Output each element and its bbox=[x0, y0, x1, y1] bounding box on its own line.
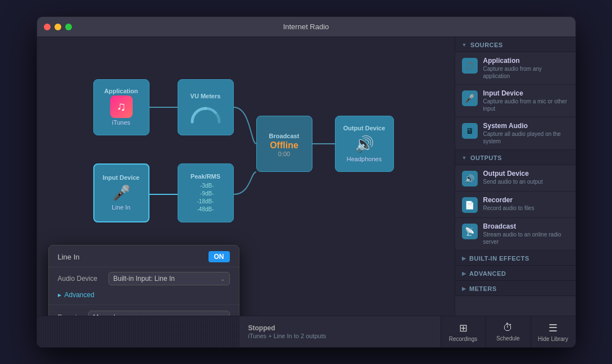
status-detail: iTunes + Line In to 2 outputs bbox=[248, 333, 432, 339]
broadcast-status: Offline bbox=[270, 140, 298, 151]
sources-header[interactable]: ▼ SOURCES bbox=[455, 37, 575, 52]
peak-rms-bars: -3dB- -9dB- -18dB- -48dB- bbox=[192, 181, 218, 216]
builtin-effects-chevron: ▶ bbox=[462, 256, 466, 261]
mic-icon: 🎤 bbox=[112, 184, 130, 202]
peak-rms-node-title: Peak/RMS bbox=[187, 171, 224, 181]
recordings-label: Recordings bbox=[449, 336, 478, 342]
broadcast-node-title: Broadcast bbox=[266, 130, 303, 140]
traffic-lights bbox=[44, 24, 72, 30]
outputs-header[interactable]: ▼ OUTPUTS bbox=[455, 150, 575, 165]
sidebar-recorder-desc: Record audio to files bbox=[483, 204, 569, 212]
node-broadcast[interactable]: Broadcast Offline 0:00 bbox=[256, 116, 312, 172]
sidebar-item-recorder[interactable]: 📄 Recorder Record audio to files bbox=[455, 192, 575, 218]
node-output-device[interactable]: Output Device 🔊 Headphones bbox=[335, 116, 394, 172]
meters-label: METERS bbox=[469, 285, 497, 292]
presets-select[interactable]: Manual ⌄ bbox=[88, 311, 230, 316]
presets-label: Presets: bbox=[58, 313, 83, 316]
sources-chevron: ▼ bbox=[462, 42, 467, 48]
advanced-chevron: ▶ bbox=[462, 271, 466, 276]
sources-label: SOURCES bbox=[470, 42, 503, 48]
input-device-popup: Line In ON Audio Device Built-in Input: … bbox=[48, 245, 239, 316]
recordings-button[interactable]: ⊞ Recordings bbox=[441, 316, 486, 348]
sidebar-item-output-device[interactable]: 🔊 Output Device Send audio to an output bbox=[455, 165, 575, 192]
output-device-node-title: Output Device bbox=[340, 122, 389, 133]
hide-library-icon: ☰ bbox=[548, 322, 557, 334]
presets-value: Manual bbox=[93, 313, 115, 316]
close-button[interactable] bbox=[44, 24, 51, 30]
audio-device-value: Built-in Input: Line In bbox=[114, 275, 175, 283]
outputs-chevron: ▼ bbox=[462, 155, 467, 161]
bottom-status: Stopped iTunes + Line In to 2 outputs bbox=[239, 316, 441, 347]
broadcast-time: 0:00 bbox=[278, 151, 290, 157]
speaker-icon: 🔊 bbox=[355, 135, 374, 153]
window-title: Internet Radio bbox=[283, 22, 329, 31]
chevron-down-icon: ⌄ bbox=[220, 276, 225, 282]
hide-library-label: Hide Library bbox=[538, 336, 568, 342]
sidebar-input-device-desc: Capture audio from a mic or other input bbox=[483, 98, 569, 112]
outputs-label: OUTPUTS bbox=[470, 154, 502, 161]
output-device-sidebar-icon: 🔊 bbox=[462, 171, 478, 186]
input-device-sidebar-icon: 🎤 bbox=[462, 90, 478, 106]
hide-library-button[interactable]: ☰ Hide Library bbox=[531, 316, 575, 348]
maximize-button[interactable] bbox=[65, 24, 72, 30]
sidebar-item-application[interactable]: 🎵 Application Capture audio from any app… bbox=[455, 52, 575, 85]
meters-header[interactable]: ▶ METERS bbox=[455, 281, 575, 296]
application-node-title: Application bbox=[101, 85, 142, 95]
input-device-node-title: Input Device bbox=[99, 172, 143, 182]
advanced-section-header[interactable]: ▶ ADVANCED bbox=[455, 266, 575, 281]
sidebar-output-device-title: Output Device bbox=[483, 170, 569, 178]
application-icon: 🎵 bbox=[462, 58, 478, 74]
toggle-on-button[interactable]: ON bbox=[208, 251, 230, 262]
sidebar-output-device-desc: Send audio to an output bbox=[483, 178, 569, 185]
status-text: Stopped bbox=[248, 324, 432, 332]
audio-device-row: Audio Device Built-in Input: Line In ⌄ bbox=[49, 267, 239, 288]
sidebar-item-system-audio[interactable]: 🖥 System Audio Capture all audio played … bbox=[455, 117, 575, 150]
sidebar-recorder-title: Recorder bbox=[483, 196, 569, 204]
speaker-grill bbox=[37, 316, 239, 347]
sidebar-broadcast-title: Broadcast bbox=[483, 222, 569, 230]
sidebar-broadcast-desc: Stream audio to an online radio server bbox=[483, 231, 569, 245]
application-node-label: iTunes bbox=[110, 118, 133, 129]
titlebar: Internet Radio bbox=[37, 17, 575, 37]
itunes-icon: ♫ bbox=[110, 95, 133, 118]
audio-device-select[interactable]: Built-in Input: Line In ⌄ bbox=[108, 272, 230, 285]
sidebar-application-title: Application bbox=[483, 57, 569, 65]
recordings-icon: ⊞ bbox=[459, 322, 468, 334]
builtin-effects-label: BUILT-IN EFFECTS bbox=[469, 255, 529, 262]
builtin-effects-header[interactable]: ▶ BUILT-IN EFFECTS bbox=[455, 251, 575, 266]
recorder-sidebar-icon: 📄 bbox=[462, 197, 478, 213]
node-vumeter[interactable]: VU Meters bbox=[178, 79, 234, 135]
canvas-area: Application ♫ iTunes VU Meters Broadcast… bbox=[37, 37, 455, 316]
chevron-right-icon: ▸ bbox=[58, 291, 61, 299]
main-content: Application ♫ iTunes VU Meters Broadcast… bbox=[37, 37, 575, 316]
advanced-button[interactable]: ▸ Advanced bbox=[49, 288, 239, 302]
vumeter-node-title: VU Meters bbox=[187, 90, 224, 101]
advanced-section-label: ADVANCED bbox=[469, 270, 506, 277]
system-audio-icon: 🖥 bbox=[462, 123, 478, 139]
sidebar: ▼ SOURCES 🎵 Application Capture audio fr… bbox=[455, 37, 575, 316]
input-device-node-label: Line In bbox=[110, 203, 133, 214]
sidebar-input-device-title: Input Device bbox=[483, 89, 569, 97]
node-application[interactable]: Application ♫ iTunes bbox=[93, 79, 149, 135]
sidebar-item-input-device[interactable]: 🎤 Input Device Capture audio from a mic … bbox=[455, 85, 575, 117]
vu-meter-visual bbox=[189, 101, 223, 124]
chevron-down-icon-2: ⌄ bbox=[220, 315, 225, 316]
presets-row: Presets: Manual ⌄ bbox=[49, 307, 239, 316]
bottom-bar: Stopped iTunes + Line In to 2 outputs ⊞ … bbox=[37, 316, 575, 347]
sidebar-system-audio-desc: Capture all audio played on the system bbox=[483, 130, 569, 145]
schedule-label: Schedule bbox=[496, 335, 520, 342]
sidebar-application-desc: Capture audio from any application bbox=[483, 65, 569, 80]
main-window: Internet Radio Application ♫ iTu bbox=[37, 16, 576, 348]
meters-chevron: ▶ bbox=[462, 286, 466, 292]
popup-header: Line In ON bbox=[49, 245, 239, 267]
audio-device-label: Audio Device bbox=[58, 275, 103, 283]
broadcast-sidebar-icon: 📡 bbox=[462, 224, 478, 239]
minimize-button[interactable] bbox=[55, 24, 61, 30]
advanced-label: Advanced bbox=[65, 291, 94, 299]
output-device-node-label: Headphones bbox=[344, 154, 384, 166]
sidebar-item-broadcast[interactable]: 📡 Broadcast Stream audio to an online ra… bbox=[455, 218, 575, 251]
node-peak-rms[interactable]: Peak/RMS -3dB- -9dB- -18dB- -48dB- bbox=[178, 163, 234, 222]
bottom-toolbar: ⊞ Recordings ⏱ Schedule ☰ Hide Library bbox=[441, 316, 575, 347]
schedule-button[interactable]: ⏱ Schedule bbox=[486, 316, 531, 348]
node-input-device[interactable]: Input Device 🎤 Line In bbox=[93, 163, 149, 222]
